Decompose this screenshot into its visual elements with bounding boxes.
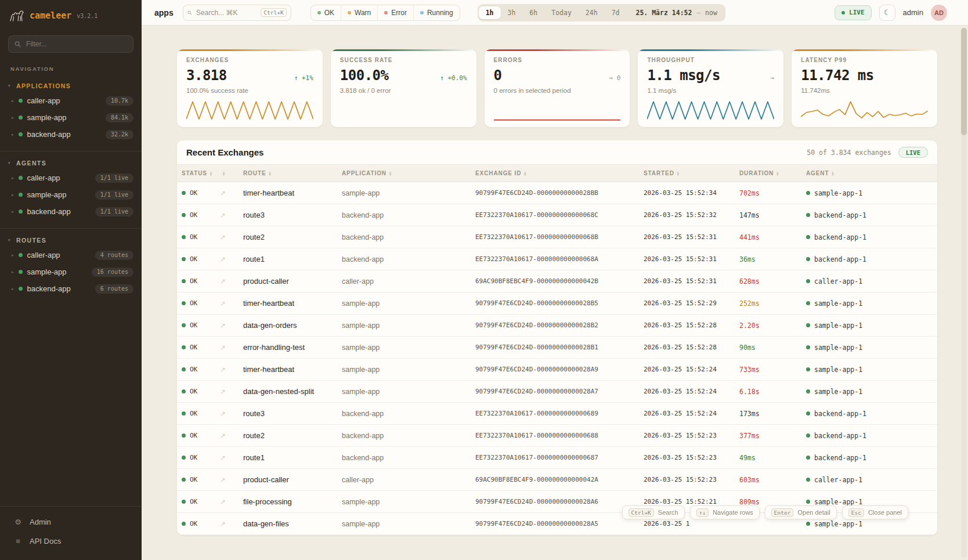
sort-icon[interactable]: ▴▾ bbox=[269, 171, 272, 176]
time-range-today[interactable]: Today bbox=[544, 6, 579, 19]
time-range-7d[interactable]: 7d bbox=[605, 6, 627, 19]
scrollbar[interactable] bbox=[961, 28, 967, 558]
dark-mode-toggle[interactable]: ☾ bbox=[879, 5, 895, 21]
global-search[interactable]: Ctrl+K bbox=[183, 5, 291, 21]
date-range-label[interactable]: 25. März 14:52 bbox=[626, 9, 696, 17]
stat-card-errors[interactable]: ERRORS0→ 00 errors in selected period bbox=[485, 49, 630, 127]
sidebar-item-backend-app[interactable]: ▸backend-app6 routes bbox=[0, 280, 142, 297]
time-range-6h[interactable]: 6h bbox=[522, 6, 544, 19]
sort-icon[interactable]: ▴▾ bbox=[832, 171, 835, 176]
topbar: apps Ctrl+K OKWarnErrorRunning 1h3h6hTod… bbox=[142, 0, 968, 26]
sidebar-item-caller-app[interactable]: ▸caller-app10.7k bbox=[0, 92, 142, 109]
sort-icon[interactable]: ▴▾ bbox=[776, 171, 779, 176]
sort-icon[interactable]: ▴▾ bbox=[223, 171, 225, 176]
sidebar-footer-admin[interactable]: ⚙Admin bbox=[0, 512, 142, 532]
table-row[interactable]: OK↗timer-heartbeatsample-app90799F47E6CD… bbox=[177, 359, 937, 381]
status-filter-running[interactable]: Running bbox=[413, 5, 460, 20]
sidebar-item-caller-app[interactable]: ▸caller-app4 routes bbox=[0, 247, 142, 263]
open-detail-arrow-icon[interactable]: ↗ bbox=[220, 233, 226, 241]
table-live-badge[interactable]: LIVE bbox=[898, 147, 928, 158]
stat-card-throughput[interactable]: THROUGHPUT1.1 msg/s→1.1 msg/s bbox=[638, 49, 783, 127]
stat-subtitle: 1.1 msg/s bbox=[647, 87, 774, 94]
sidebar-item-backend-app[interactable]: ▸backend-app32.2k bbox=[0, 126, 142, 143]
scrollbar-thumb[interactable] bbox=[961, 28, 967, 135]
open-detail-arrow-icon[interactable]: ↗ bbox=[220, 299, 226, 308]
column-header-route[interactable]: ROUTE▴▾ bbox=[239, 165, 337, 182]
sort-icon[interactable]: ▴▾ bbox=[524, 171, 526, 176]
column-header-application[interactable]: APPLICATION▴▾ bbox=[337, 165, 471, 182]
open-detail-arrow-icon[interactable]: ↗ bbox=[220, 189, 226, 197]
column-header-exchange-id[interactable]: EXCHANGE ID▴▾ bbox=[471, 165, 639, 182]
table-row[interactable]: OK↗route1backend-appEE7322370A10617-0000… bbox=[177, 447, 937, 469]
time-range-24h[interactable]: 24h bbox=[579, 6, 605, 19]
section-label: ROUTES bbox=[16, 237, 46, 244]
table-row[interactable]: OK↗route2backend-appEE7322370A10617-0000… bbox=[177, 425, 937, 447]
time-range-1h[interactable]: 1h bbox=[479, 6, 501, 19]
sidebar-footer-api-docs[interactable]: ≡API Docs bbox=[0, 532, 142, 551]
sidebar-item-backend-app[interactable]: ▸backend-app1/1 live bbox=[0, 203, 142, 220]
status-filter-label: Warn bbox=[355, 9, 371, 17]
open-detail-arrow-icon[interactable]: ↗ bbox=[220, 366, 226, 374]
open-detail-arrow-icon[interactable]: ↗ bbox=[220, 211, 226, 219]
table-row[interactable]: OK↗route3backend-appEE7322370A10617-0000… bbox=[177, 403, 937, 425]
open-detail-arrow-icon[interactable]: ↗ bbox=[220, 520, 226, 528]
stat-card-success-rate[interactable]: SUCCESS RATE100.0%↑ +0.0%3.818 ok / 0 er… bbox=[331, 49, 476, 127]
sidebar-filter[interactable] bbox=[8, 35, 133, 53]
section-header-agents[interactable]: ▾AGENTS bbox=[0, 157, 142, 169]
time-range-3h[interactable]: 3h bbox=[501, 6, 523, 19]
open-detail-arrow-icon[interactable]: ↗ bbox=[220, 410, 226, 418]
table-row[interactable]: OK↗error-handling-testsample-app90799F47… bbox=[177, 337, 937, 359]
stat-card-exchanges[interactable]: EXCHANGES3.818↑ +1%100.0% success rate bbox=[177, 49, 323, 127]
table-row[interactable]: OK↗route1backend-appEE7322370A10617-0000… bbox=[177, 248, 937, 270]
sidebar-item-sample-app[interactable]: ▸sample-app1/1 live bbox=[0, 186, 142, 203]
sidebar-item-badge: 16 routes bbox=[92, 268, 133, 277]
status-filter-warn[interactable]: Warn bbox=[341, 5, 377, 20]
table-row[interactable]: OK↗route2backend-appEE7322370A10617-0000… bbox=[177, 226, 937, 248]
sidebar-item-caller-app[interactable]: ▸caller-app1/1 live bbox=[0, 169, 142, 186]
sort-icon[interactable]: ▴▾ bbox=[677, 171, 680, 176]
column-header-agent[interactable]: AGENT▴▾ bbox=[801, 165, 937, 182]
section-header-applications[interactable]: ▾APPLICATIONS bbox=[0, 80, 142, 92]
table-row[interactable]: OK↗timer-heartbeatsample-app90799F47E6CD… bbox=[177, 182, 937, 204]
open-detail-arrow-icon[interactable]: ↗ bbox=[220, 476, 226, 484]
column-header-trend[interactable]: ▴▾ bbox=[215, 165, 239, 182]
stat-card-latency-p99[interactable]: LATENCY P9911.742 ms11.742ms bbox=[792, 49, 937, 127]
status-cell: OK bbox=[177, 270, 215, 292]
status-filter-ok[interactable]: OK bbox=[311, 5, 341, 20]
table-row[interactable]: OK↗product-callercaller-app69AC90BF8EBC4… bbox=[177, 469, 937, 491]
status-cell: OK bbox=[177, 226, 215, 248]
open-detail-arrow-icon[interactable]: ↗ bbox=[220, 388, 226, 396]
column-header-duration[interactable]: DURATION▴▾ bbox=[735, 165, 801, 182]
agent-value: sample-app-1 bbox=[806, 189, 933, 197]
sidebar-item-sample-app[interactable]: ▸sample-app16 routes bbox=[0, 263, 142, 280]
table-row[interactable]: OK↗data-gen-orderssample-app90799F47E6CD… bbox=[177, 315, 937, 337]
logo[interactable]: cameleer v3.2.1 bbox=[0, 0, 142, 30]
agent-cell: sample-app-1 bbox=[801, 182, 937, 204]
stat-value: 1.1 msg/s bbox=[647, 67, 720, 84]
sort-icon[interactable]: ▴▾ bbox=[389, 171, 392, 176]
table-row[interactable]: OK↗product-callercaller-app69AC90BF8EBC4… bbox=[177, 270, 937, 292]
column-header-started[interactable]: STARTED▴▾ bbox=[639, 165, 735, 182]
filter-input[interactable] bbox=[25, 39, 127, 49]
table-row[interactable]: OK↗data-gen-nested-splitsample-app90799F… bbox=[177, 381, 937, 403]
open-detail-arrow-icon[interactable]: ↗ bbox=[220, 432, 226, 440]
column-header-status[interactable]: STATUS▴▾ bbox=[177, 165, 215, 182]
sidebar-item-sample-app[interactable]: ▸sample-app84.1k bbox=[0, 109, 142, 126]
open-detail-arrow-icon[interactable]: ↗ bbox=[220, 344, 226, 352]
status-cell: OK bbox=[177, 491, 215, 513]
open-detail-arrow-icon[interactable]: ↗ bbox=[220, 454, 226, 462]
open-detail-arrow-icon[interactable]: ↗ bbox=[220, 498, 226, 506]
table-row[interactable]: OK↗route3backend-appEE7322370A10617-0000… bbox=[177, 204, 937, 226]
trend-cell: ↗ bbox=[215, 359, 239, 381]
table-row[interactable]: OK↗timer-heartbeatsample-app90799F47E6CD… bbox=[177, 292, 937, 315]
live-status-badge[interactable]: LIVE bbox=[835, 5, 872, 20]
sort-icon[interactable]: ▴▾ bbox=[210, 171, 212, 176]
open-detail-arrow-icon[interactable]: ↗ bbox=[220, 277, 226, 286]
avatar[interactable]: AD bbox=[931, 5, 947, 21]
open-detail-arrow-icon[interactable]: ↗ bbox=[220, 255, 226, 263]
agent-dot-icon bbox=[806, 456, 810, 460]
section-header-routes[interactable]: ▾ROUTES bbox=[0, 234, 142, 247]
open-detail-arrow-icon[interactable]: ↗ bbox=[220, 321, 226, 330]
status-filter-error[interactable]: Error bbox=[377, 5, 413, 20]
search-input[interactable] bbox=[195, 8, 257, 17]
